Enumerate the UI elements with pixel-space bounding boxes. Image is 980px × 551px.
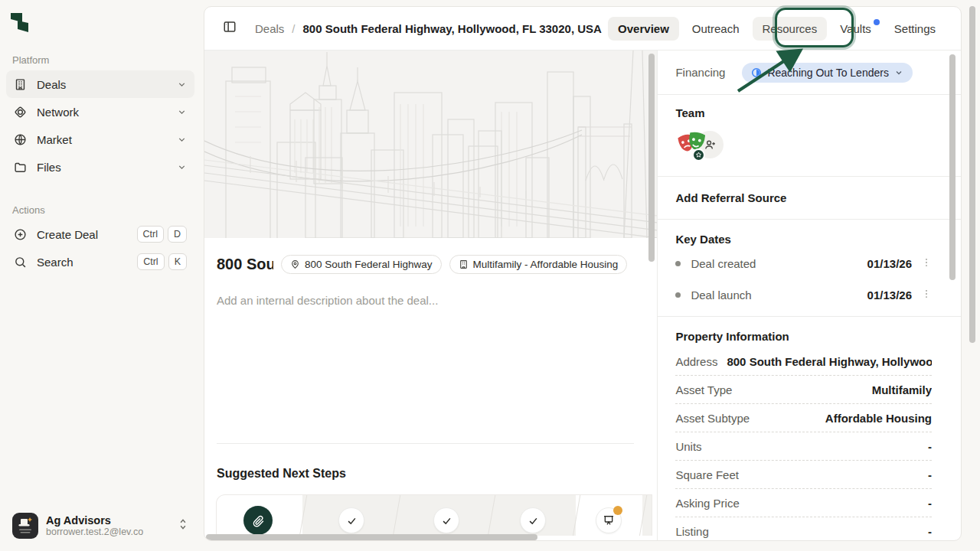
- tab-outreach[interactable]: Outreach: [682, 17, 750, 41]
- building-icon: [14, 77, 28, 91]
- check-icon: [441, 515, 452, 527]
- presentation-icon: [603, 514, 615, 527]
- breadcrumb-deals[interactable]: Deals: [255, 22, 284, 35]
- search-icon: [14, 255, 28, 269]
- folder-icon: [14, 160, 28, 174]
- key-date-kebab-icon[interactable]: [921, 289, 932, 302]
- main-vertical-scrollbar[interactable]: [648, 54, 655, 262]
- step-check-button[interactable]: [338, 507, 364, 533]
- key-date-row: Deal created 01/13/26: [675, 249, 932, 277]
- sidebar-item-label: Market: [37, 133, 177, 146]
- divider: [217, 443, 634, 444]
- check-icon: [346, 515, 358, 527]
- globe-icon: [14, 132, 28, 146]
- create-deal-button[interactable]: Create Deal Ctrl D: [6, 220, 194, 248]
- alert-dot: [613, 506, 622, 515]
- panel-vertical-scrollbar[interactable]: [949, 54, 956, 280]
- asset-type-tag[interactable]: Multifamily - Affordable Housing: [449, 255, 628, 274]
- account-switcher[interactable]: Ag Advisors borrower.test.2@lev.co: [6, 510, 194, 542]
- kbd-ctrl: Ctrl: [137, 226, 164, 243]
- network-icon: [14, 105, 28, 119]
- chevron-down-icon: [894, 68, 903, 77]
- kbd-d: D: [168, 226, 187, 243]
- account-avatar: [12, 513, 38, 539]
- step-check-button[interactable]: [520, 507, 546, 533]
- key-date-row: Deal launch 01/13/26: [675, 281, 932, 308]
- expand-up-down-icon: [178, 518, 188, 533]
- paperclip-icon: [252, 514, 265, 527]
- property-row-units: Units -: [675, 432, 932, 461]
- bullet-dot: [675, 261, 681, 266]
- chevron-down-icon: [177, 107, 187, 117]
- deal-info-panel: Financing Reaching Out To Lenders Team: [657, 51, 961, 541]
- step-check-button[interactable]: [433, 507, 459, 533]
- tab-resources[interactable]: Resources: [753, 17, 828, 41]
- property-row-asset-subtype: Asset Subtype Affordable Housing: [675, 404, 932, 432]
- property-row-asset-type: Asset Type Multifamily: [675, 376, 932, 404]
- chevron-down-icon: [177, 162, 187, 172]
- property-row-square-feet: Square Feet -: [675, 461, 932, 489]
- breadcrumb-deal-title: 800 South Federal Highway, Hollywood, FL…: [303, 22, 602, 35]
- deal-tabs: Overview Outreach Resources Vaults Setti…: [608, 17, 946, 41]
- step-attachments-button[interactable]: [243, 506, 273, 535]
- location-pin-icon: [290, 259, 300, 269]
- property-row-asking-price: Asking Price -: [675, 489, 932, 517]
- next-steps-heading: Suggested Next Steps: [217, 467, 346, 481]
- chevron-down-icon: [177, 80, 187, 90]
- skyline-illustration: [204, 51, 657, 238]
- lev-logo: [11, 12, 29, 32]
- sidebar: Platform Deals Network Market: [0, 0, 201, 551]
- property-row-listing: Listing -: [675, 517, 932, 541]
- bullet-dot: [675, 292, 681, 298]
- tab-vaults[interactable]: Vaults: [830, 17, 881, 41]
- progress-circle-icon: [751, 67, 762, 78]
- sidebar-item-label: Network: [37, 106, 177, 119]
- sidebar-toggle-icon[interactable]: [220, 18, 240, 38]
- key-date-kebab-icon[interactable]: [921, 257, 932, 270]
- account-email: borrower.test.2@lev.co: [46, 527, 178, 537]
- tab-overview[interactable]: Overview: [608, 17, 679, 41]
- description-input[interactable]: Add an internal description about the de…: [204, 274, 657, 307]
- property-row-address: Address 800 South Federal Highway, Holly…: [675, 347, 932, 376]
- building-icon: [459, 259, 469, 269]
- check-icon: [528, 515, 539, 527]
- search-button[interactable]: Search Ctrl K: [6, 248, 194, 276]
- property-info-heading: Property Information: [675, 330, 932, 343]
- actions-section-label: Actions: [12, 204, 45, 216]
- sidebar-item-deals[interactable]: Deals: [6, 70, 194, 98]
- key-dates-heading: Key Dates: [675, 233, 932, 246]
- account-name: Ag Advisors: [46, 514, 178, 527]
- next-steps-stepper: [216, 494, 652, 536]
- horizontal-scrollbar[interactable]: [205, 534, 657, 540]
- search-label: Search: [37, 256, 133, 269]
- tab-settings[interactable]: Settings: [884, 17, 946, 41]
- breadcrumb-separator: /: [292, 22, 295, 35]
- platform-section-label: Platform: [12, 54, 49, 66]
- address-tag[interactable]: 800 South Federal Highway: [281, 255, 442, 274]
- financing-label: Financing: [675, 66, 742, 79]
- sidebar-item-label: Deals: [37, 78, 177, 91]
- window-vertical-scrollbar[interactable]: [969, 6, 975, 343]
- sidebar-item-files[interactable]: Files: [6, 153, 194, 181]
- add-referral-source[interactable]: Add Referral Source: [675, 191, 932, 204]
- sidebar-item-network[interactable]: Network: [6, 98, 194, 126]
- deal-overview-main: 800 South Federal Highway, Hollywood, FL…: [204, 51, 657, 541]
- sidebar-item-label: Files: [37, 161, 177, 174]
- kbd-ctrl: Ctrl: [137, 253, 164, 270]
- chevron-down-icon: [177, 135, 187, 145]
- deal-page-card: Deals / 800 South Federal Highway, Holly…: [204, 6, 962, 541]
- sidebar-item-market[interactable]: Market: [6, 126, 194, 153]
- deal-header: Deals / 800 South Federal Highway, Holly…: [204, 7, 961, 51]
- plus-circle-icon: [14, 227, 28, 241]
- notification-dot: [874, 19, 880, 25]
- team-heading: Team: [675, 106, 932, 119]
- create-deal-label: Create Deal: [37, 228, 133, 241]
- step-presentation-button[interactable]: [596, 507, 622, 533]
- kbd-k: K: [168, 253, 187, 270]
- scrollbar-thumb[interactable]: [206, 534, 537, 540]
- financing-status-dropdown[interactable]: Reaching Out To Lenders: [742, 63, 913, 83]
- deal-title: 800 South Federal Highway, Hollywood, FL…: [217, 256, 273, 273]
